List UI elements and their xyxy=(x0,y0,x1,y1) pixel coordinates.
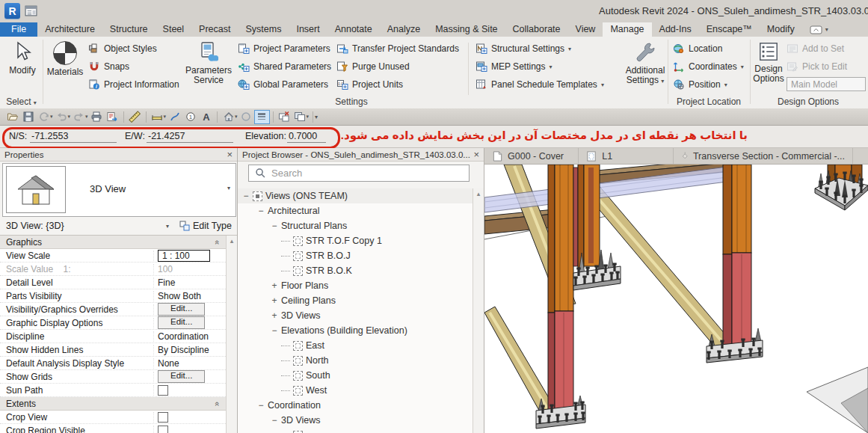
revit-logo-icon[interactable]: R xyxy=(4,3,20,19)
chevron-down-icon[interactable]: ▾ xyxy=(164,114,167,120)
export-icon[interactable] xyxy=(105,110,120,124)
view-tab-transverse-section[interactable]: Transverse Section - Commercial -... xyxy=(674,148,853,164)
switch-windows-icon[interactable] xyxy=(292,110,308,124)
view-scale-value[interactable]: 1 : 100 xyxy=(158,250,210,262)
tree-item-coord-3d-views[interactable]: − 3D Views xyxy=(238,413,473,428)
materials-button[interactable]: Materials xyxy=(46,41,84,77)
qat-customize-icon[interactable]: ▾ xyxy=(315,114,318,120)
tab-add-ins[interactable]: Add-Ins xyxy=(652,22,699,37)
browser-scrollbar[interactable]: ▴ xyxy=(473,188,484,433)
collapse-icon[interactable]: « xyxy=(213,239,222,244)
tab-insert[interactable]: Insert xyxy=(289,22,327,37)
expand-icon[interactable]: + xyxy=(271,280,278,291)
tab-architecture[interactable]: Architecture xyxy=(37,22,102,37)
object-styles-button[interactable]: Object Styles xyxy=(88,41,157,56)
tree-item-ceiling-plans[interactable]: + Ceiling Plans xyxy=(238,293,473,308)
type-selector[interactable]: 3D View ▾ xyxy=(2,163,236,217)
scroll-up-icon[interactable]: ▴ xyxy=(230,237,234,433)
crop-view-checkbox[interactable] xyxy=(158,412,168,423)
tab-collaborate[interactable]: Collaborate xyxy=(505,22,568,37)
graphics-section-header[interactable]: Graphics « xyxy=(0,236,226,249)
tree-item-east[interactable]: East xyxy=(238,338,473,353)
synchronize-icon[interactable] xyxy=(36,110,52,124)
properties-scrollbar[interactable]: ▴ xyxy=(226,236,237,433)
tree-item-architectural[interactable]: − Architectural xyxy=(238,203,473,218)
project-parameters-button[interactable]: Project Parameters xyxy=(238,41,330,56)
tree-item-str-boj[interactable]: STR B.O.J xyxy=(238,248,473,263)
tree-item-views[interactable]: − Views (ONS TEAM) xyxy=(238,188,473,203)
view-tab-l1[interactable]: L1 xyxy=(579,148,673,164)
search-input[interactable]: Search xyxy=(248,165,470,182)
chevron-down-icon[interactable]: ▾ xyxy=(68,114,71,120)
tree-item-structural-plans[interactable]: − Structural Plans xyxy=(238,218,473,233)
collapse-icon[interactable]: − xyxy=(271,415,278,426)
snaps-button[interactable]: Snaps xyxy=(88,59,129,74)
chevron-down-icon[interactable]: ▾ xyxy=(50,114,53,120)
location-button[interactable]: Location xyxy=(673,41,722,56)
close-icon[interactable]: × xyxy=(227,150,233,159)
additional-settings-button[interactable]: Additional Settings ▾ xyxy=(624,41,667,86)
thin-lines-icon[interactable] xyxy=(254,110,270,124)
default-analysis-value[interactable]: None xyxy=(154,358,226,369)
tree-item-partial[interactable] xyxy=(238,428,473,433)
tree-item-elevations[interactable]: − Elevations (Building Elevation) xyxy=(238,323,473,338)
tab-steel[interactable]: Steel xyxy=(156,22,192,37)
tab-precast[interactable]: Precast xyxy=(191,22,238,37)
scroll-up-icon[interactable]: ▴ xyxy=(477,190,481,433)
chevron-down-icon[interactable]: ▾ xyxy=(85,114,88,120)
tab-analyze[interactable]: Analyze xyxy=(380,22,428,37)
open-icon[interactable] xyxy=(4,110,20,124)
instance-label[interactable]: 3D View: {3D} xyxy=(6,221,64,231)
close-icon[interactable]: × xyxy=(473,150,479,159)
project-units-button[interactable]: 0.0 Project Units xyxy=(336,77,403,92)
collapse-icon[interactable]: − xyxy=(271,325,278,336)
vg-overrides-edit-button[interactable]: Edit... xyxy=(158,303,205,316)
render-icon[interactable] xyxy=(238,110,254,124)
panel-schedule-templates-button[interactable]: Panel Schedule Templates ▾ xyxy=(475,77,604,92)
collapse-icon[interactable]: − xyxy=(271,221,278,231)
save-icon[interactable] xyxy=(20,110,36,124)
global-parameters-button[interactable]: Global Parameters xyxy=(238,77,328,92)
tab-file[interactable]: File xyxy=(0,22,37,37)
view-tab-partial[interactable] xyxy=(853,148,868,164)
redo-icon[interactable] xyxy=(71,110,87,124)
tree-item-south[interactable]: South xyxy=(238,368,473,383)
tree-item-coordination[interactable]: − Coordination xyxy=(238,398,473,413)
chevron-down-icon[interactable]: ▾ xyxy=(166,223,169,230)
chevron-down-icon[interactable]: ▾ xyxy=(227,185,230,191)
graphic-display-edit-button[interactable]: Edit... xyxy=(158,316,205,329)
show-grids-edit-button[interactable]: Edit... xyxy=(158,370,205,383)
coordinates-button[interactable]: Coordinates ▾ xyxy=(673,59,744,74)
collapse-icon[interactable]: « xyxy=(213,401,222,405)
parameters-service-button[interactable]: Parameters Service xyxy=(184,41,233,85)
expand-icon[interactable]: + xyxy=(271,310,278,321)
detail-line-icon[interactable] xyxy=(167,110,182,124)
collapse-icon[interactable]: − xyxy=(242,191,250,201)
measure-icon[interactable] xyxy=(127,110,143,124)
main-model-select[interactable]: Main Model xyxy=(787,77,866,91)
add-to-set-button[interactable]: Add to Set xyxy=(787,41,844,56)
chevron-down-icon[interactable]: ▾ xyxy=(307,114,310,120)
tab-view[interactable]: View xyxy=(568,22,603,37)
crop-region-visible-checkbox[interactable] xyxy=(158,426,168,433)
parts-visibility-value[interactable]: Show Both xyxy=(154,291,226,301)
collapse-icon[interactable]: − xyxy=(257,206,265,216)
tab-systems[interactable]: Systems xyxy=(238,22,289,37)
undo-icon[interactable] xyxy=(54,110,70,124)
show-hidden-lines-value[interactable]: By Discipline xyxy=(154,345,226,355)
project-information-button[interactable]: i Project Information xyxy=(88,77,179,92)
shared-parameters-button[interactable]: Shared Parameters xyxy=(238,59,331,74)
tree-item-str-bok[interactable]: STR B.O.K xyxy=(238,263,473,278)
tree-item-north[interactable]: North xyxy=(238,353,473,368)
extents-section-header[interactable]: Extents « xyxy=(0,397,226,411)
tab-manage[interactable]: Manage xyxy=(603,22,651,37)
tab-annotate[interactable]: Annotate xyxy=(327,22,380,37)
text-icon[interactable]: A xyxy=(198,110,214,124)
discipline-value[interactable]: Coordination xyxy=(154,331,226,342)
tab-structure[interactable]: Structure xyxy=(102,22,156,37)
ribbon-state-toggle[interactable]: ▾ xyxy=(810,22,828,37)
structural-settings-button[interactable]: Structural Settings ▾ xyxy=(475,41,571,56)
modify-button[interactable]: Modify xyxy=(4,41,40,76)
expand-icon[interactable]: + xyxy=(271,295,278,306)
select-group-label[interactable]: Select ▾ xyxy=(0,96,43,107)
